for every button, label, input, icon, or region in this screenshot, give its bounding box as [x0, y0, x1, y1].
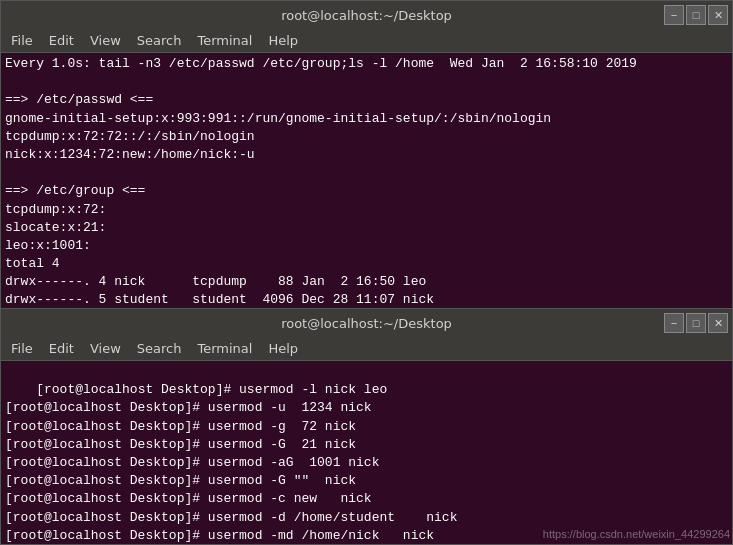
top-close-button[interactable]: ✕	[708, 5, 728, 25]
top-terminal-window: root@localhost:~/Desktop − □ ✕ File Edit…	[0, 0, 733, 310]
top-menu-view[interactable]: View	[84, 31, 127, 50]
bottom-menu-edit[interactable]: Edit	[43, 339, 80, 358]
top-menu-terminal[interactable]: Terminal	[191, 31, 258, 50]
bottom-menu-search[interactable]: Search	[131, 339, 188, 358]
top-menu-bar: File Edit View Search Terminal Help	[1, 29, 732, 53]
bottom-menu-bar: File Edit View Search Terminal Help	[1, 337, 732, 361]
top-minimize-button[interactable]: −	[664, 5, 684, 25]
bottom-terminal-content: [root@localhost Desktop]# usermod -l nic…	[1, 361, 732, 544]
bottom-menu-file[interactable]: File	[5, 339, 39, 358]
top-terminal-content: Every 1.0s: tail -n3 /etc/passwd /etc/gr…	[1, 53, 732, 309]
bottom-close-button[interactable]: ✕	[708, 313, 728, 333]
bottom-minimize-button[interactable]: −	[664, 313, 684, 333]
top-menu-edit[interactable]: Edit	[43, 31, 80, 50]
bottom-maximize-button[interactable]: □	[686, 313, 706, 333]
bottom-terminal-text: [root@localhost Desktop]# usermod -l nic…	[5, 382, 457, 544]
bottom-menu-terminal[interactable]: Terminal	[191, 339, 258, 358]
top-window-title: root@localhost:~/Desktop	[281, 8, 452, 23]
top-title-bar: root@localhost:~/Desktop − □ ✕	[1, 1, 732, 29]
top-menu-file[interactable]: File	[5, 31, 39, 50]
top-menu-search[interactable]: Search	[131, 31, 188, 50]
bottom-window-controls: − □ ✕	[664, 313, 728, 333]
bottom-window-title: root@localhost:~/Desktop	[281, 316, 452, 331]
bottom-title-bar: root@localhost:~/Desktop − □ ✕	[1, 309, 732, 337]
bottom-menu-help[interactable]: Help	[262, 339, 304, 358]
bottom-terminal-window: root@localhost:~/Desktop − □ ✕ File Edit…	[0, 308, 733, 545]
top-menu-help[interactable]: Help	[262, 31, 304, 50]
bottom-menu-view[interactable]: View	[84, 339, 127, 358]
watermark-text: https://blog.csdn.net/weixin_44299264	[543, 527, 730, 542]
top-maximize-button[interactable]: □	[686, 5, 706, 25]
top-window-controls: − □ ✕	[664, 5, 728, 25]
